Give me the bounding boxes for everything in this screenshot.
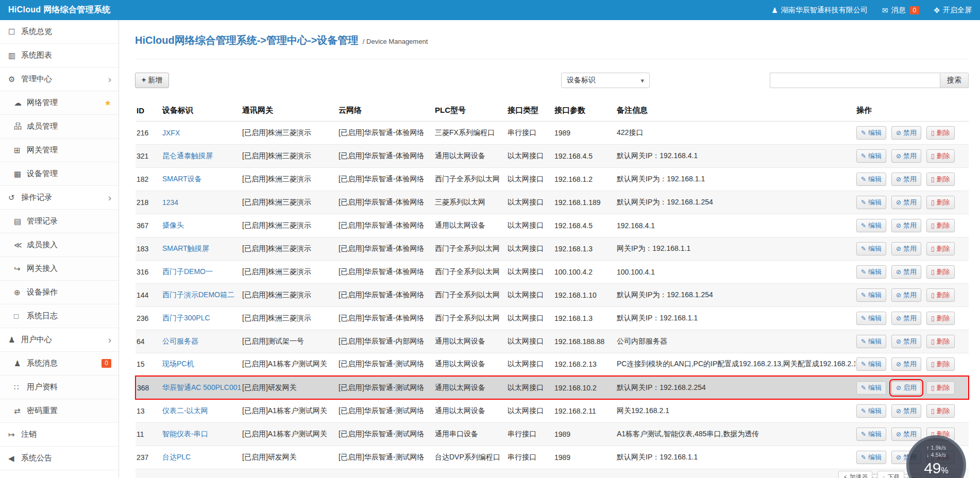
ban-icon: ⊘: [896, 384, 901, 391]
edit-button[interactable]: ✎编辑: [856, 288, 886, 302]
sidebar-item-system-notice[interactable]: ◀ 系统公告: [0, 447, 119, 470]
messages-menu[interactable]: ✉ 消息 0: [882, 6, 919, 15]
edit-button[interactable]: ✎编辑: [856, 173, 886, 186]
device-link[interactable]: 摄像头: [162, 221, 184, 229]
cell-device-name: 台达PLC: [161, 446, 241, 469]
edit-button[interactable]: ✎编辑: [856, 381, 886, 395]
edit-button[interactable]: ✎编辑: [856, 149, 886, 163]
toggle-enable-button[interactable]: ⊘禁用: [891, 265, 921, 279]
toggle-enable-button[interactable]: ⊘禁用: [891, 126, 921, 140]
toggle-enable-button[interactable]: ⊘启用: [891, 381, 921, 395]
edit-button[interactable]: ✎编辑: [856, 357, 886, 371]
delete-button[interactable]: ▯删除: [926, 312, 955, 325]
sidebar-item-management-center[interactable]: ⚙ 管理中心 ›: [0, 67, 119, 91]
sidebar-item-overview[interactable]: ☐ 系统总览: [0, 20, 119, 44]
toggle-enable-button[interactable]: ⊘禁用: [891, 288, 921, 302]
delete-button[interactable]: ▯删除: [926, 357, 955, 371]
edit-button[interactable]: ✎编辑: [856, 312, 886, 325]
search-input[interactable]: [770, 73, 940, 88]
sidebar-item-charts[interactable]: ▥ 系统图表: [0, 44, 119, 67]
toggle-enable-button[interactable]: ⊘禁用: [891, 357, 921, 371]
pencil-icon: ✎: [861, 199, 866, 206]
sidebar-item-logout[interactable]: ↦ 注销: [0, 423, 119, 447]
device-link[interactable]: SMART触摸屏: [162, 244, 209, 252]
cell-interface-param: 192.168.1.3: [553, 237, 616, 260]
device-link[interactable]: 西门子300PLC: [162, 314, 210, 322]
sidebar-item-system-messages[interactable]: ♟ 系统消息 0: [0, 352, 119, 375]
toggle-enable-button[interactable]: ⊘禁用: [891, 219, 921, 232]
toggle-enable-button[interactable]: ⊘禁用: [891, 242, 921, 255]
device-table: ID设备标识通讯网关云网络PLC型号接口类型接口参数备注信息操作 216 JXF…: [135, 100, 969, 478]
search-button[interactable]: 搜索: [940, 73, 969, 88]
device-link[interactable]: 公司服务器: [162, 337, 198, 345]
delete-button[interactable]: ▯删除: [926, 265, 955, 279]
delete-button[interactable]: ▯删除: [926, 149, 955, 163]
delete-button[interactable]: ▯删除: [926, 126, 955, 140]
sidebar-item-operation-records[interactable]: ↺ 操作记录 ›: [0, 186, 119, 210]
sidebar-item-network-management[interactable]: ☁ 网络管理 ★: [0, 91, 119, 115]
delete-button[interactable]: ▯删除: [926, 404, 955, 418]
edit-button[interactable]: ✎编辑: [856, 451, 886, 464]
chevron-right-icon: ›: [108, 74, 111, 84]
device-link[interactable]: 西门子演示DEMO箱二: [162, 291, 234, 299]
device-link[interactable]: 台达PLC: [162, 453, 191, 461]
sidebar-item-gateway-management[interactable]: ⊞ 网关管理: [0, 139, 119, 162]
edit-button[interactable]: ✎编辑: [856, 404, 886, 418]
sidebar-item-device-operation[interactable]: ⊕ 设备操作: [0, 281, 119, 304]
device-link[interactable]: 仪表二-以太网: [162, 406, 208, 415]
delete-button[interactable]: ▯删除: [926, 381, 955, 395]
delete-button[interactable]: ▯删除: [926, 288, 955, 302]
delete-button[interactable]: ▯删除: [926, 196, 955, 209]
download-button[interactable]: ↓ 下载: [877, 471, 904, 478]
edit-button[interactable]: ✎编辑: [856, 265, 886, 279]
delete-button[interactable]: ▯删除: [926, 335, 955, 348]
cell-network: [已启用]华辰智通-体验网络: [337, 191, 434, 214]
sidebar-item-device-management[interactable]: ▦ 设备管理: [0, 162, 119, 186]
sidebar-item-member-management[interactable]: 品 成员管理: [0, 115, 119, 139]
sidebar-item-system-logs[interactable]: □ 系统日志: [0, 304, 119, 328]
device-link[interactable]: 华辰智通AC 500PLC001: [162, 383, 241, 391]
edit-button[interactable]: ✎编辑: [856, 335, 886, 348]
toggle-enable-button[interactable]: ⊘禁用: [891, 312, 921, 325]
accelerator-button[interactable]: ⚡ 加速器: [838, 471, 872, 478]
fullscreen-button[interactable]: ✥ 开启全屏: [934, 6, 972, 15]
edit-button[interactable]: ✎编辑: [856, 219, 886, 232]
sidebar-item-password-reset[interactable]: ⇄ 密码重置: [0, 399, 119, 423]
device-link[interactable]: 西门子DEMO一: [162, 267, 213, 276]
toggle-enable-button[interactable]: ⊘禁用: [891, 173, 921, 186]
edit-button[interactable]: ✎编辑: [856, 242, 886, 255]
edit-button[interactable]: ✎编辑: [856, 126, 886, 140]
toggle-enable-button[interactable]: ⊘禁用: [891, 196, 921, 209]
device-link[interactable]: JXFX: [162, 129, 180, 137]
device-link[interactable]: 昆仑通泰触摸屏: [162, 151, 213, 160]
device-link[interactable]: 1234: [162, 198, 178, 207]
filter-dropdown[interactable]: 设备标识 ▾: [561, 73, 650, 88]
cell-device-name: 华辰智通AC 500PLC001: [161, 376, 241, 399]
edit-button[interactable]: ✎编辑: [856, 428, 886, 441]
edit-button[interactable]: ✎编辑: [856, 196, 886, 209]
add-device-button[interactable]: +新增: [135, 73, 169, 88]
device-link[interactable]: SMART设备: [162, 175, 202, 183]
delete-button[interactable]: ▯删除: [926, 219, 955, 232]
trash-icon: ▯: [931, 268, 935, 276]
toggle-enable-button[interactable]: ⊘禁用: [891, 404, 921, 418]
sidebar-item-gateway-access[interactable]: ↪ 网关接入: [0, 257, 119, 281]
toggle-enable-button[interactable]: ⊘禁用: [891, 335, 921, 348]
sidebar-item-member-access[interactable]: ≪ 成员接入: [0, 233, 119, 257]
cell-plc-model: 西门子全系列以太网: [434, 306, 506, 330]
cell-device-name: 1234: [161, 191, 241, 214]
cell-id: 316: [136, 260, 161, 283]
delete-button[interactable]: ▯删除: [926, 242, 955, 255]
pencil-icon: ✎: [861, 292, 866, 299]
cell-interface-param: 1989: [553, 446, 616, 469]
toggle-enable-button[interactable]: ⊘禁用: [891, 149, 921, 163]
device-link[interactable]: 智能仪表-串口: [162, 430, 208, 438]
device-link[interactable]: 现场PC机: [162, 360, 194, 368]
sidebar-item-management-records[interactable]: ▤ 管理记录: [0, 210, 119, 233]
sidebar-item-user-center[interactable]: ♟ 用户中心 ›: [0, 328, 119, 352]
delete-button[interactable]: ▯删除: [926, 173, 955, 186]
cell-plc-model: 通用以太网设备: [434, 144, 506, 167]
toggle-enable-button[interactable]: ⊘禁用: [891, 428, 921, 441]
company-menu[interactable]: ♟ 湖南华辰智通科技有限公司: [771, 6, 868, 15]
sidebar-item-user-profile[interactable]: ∷ 用户资料: [0, 375, 119, 399]
